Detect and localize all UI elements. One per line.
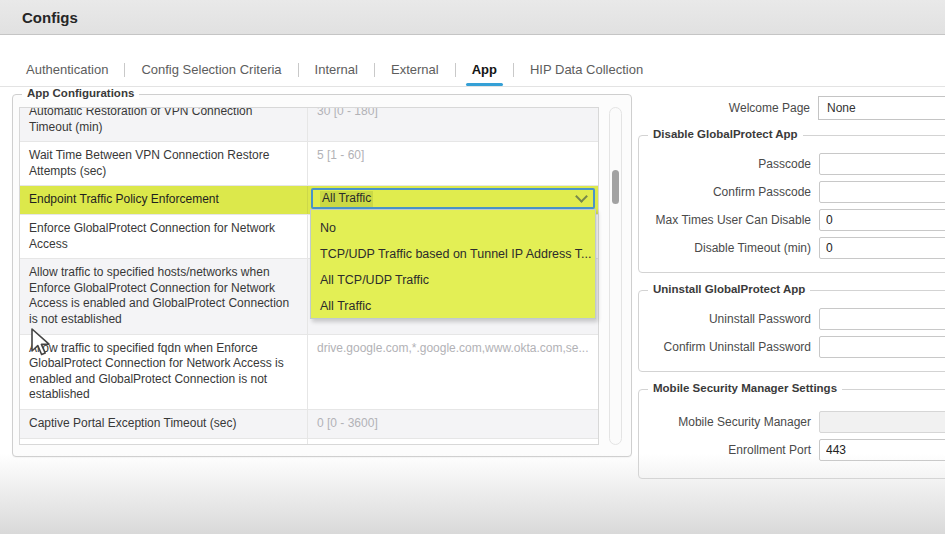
mouse-cursor-icon bbox=[29, 328, 51, 361]
chevron-down-icon bbox=[575, 191, 588, 204]
field-row: Confirm Uninstall Password bbox=[639, 336, 945, 358]
app-configurations-legend: App Configurations bbox=[22, 87, 139, 99]
passcode-label: Passcode bbox=[639, 157, 819, 171]
uninstall-password-field[interactable] bbox=[819, 308, 945, 330]
confirm-uninstall-password-field[interactable] bbox=[819, 336, 945, 358]
welcome-page-row: Welcome Page None bbox=[638, 96, 945, 120]
dropdown-option-all-traffic[interactable]: All Traffic bbox=[311, 293, 595, 319]
confirm-passcode-label: Confirm Passcode bbox=[639, 185, 819, 199]
tab-separator bbox=[124, 63, 125, 77]
selected-option-text: All Traffic bbox=[320, 191, 373, 207]
config-row: Automatic Restoration of VPN Connection … bbox=[20, 107, 598, 142]
mobile-security-manager-label: Mobile Security Manager bbox=[639, 415, 819, 429]
config-row: Wait Time Between VPN Connection Restore… bbox=[20, 142, 598, 186]
config-value[interactable]: 0 [0 - 3600] bbox=[308, 410, 598, 438]
right-panel: Welcome Page None Disable GlobalProtect … bbox=[638, 90, 945, 496]
dialog-titlebar: Configs bbox=[0, 0, 945, 35]
enrollment-port-field[interactable] bbox=[819, 439, 945, 461]
tab-config-selection-criteria[interactable]: Config Selection Criteria bbox=[138, 53, 284, 86]
confirm-uninstall-password-label: Confirm Uninstall Password bbox=[639, 340, 819, 354]
disable-timeout-field[interactable] bbox=[819, 237, 945, 259]
disable-timeout-label: Disable Timeout (min) bbox=[639, 241, 819, 255]
endpoint-traffic-policy-select[interactable]: All Traffic bbox=[311, 188, 595, 209]
config-value[interactable]: 5 [1 - 60] bbox=[308, 142, 598, 185]
config-value[interactable]: drive.google.com,*.google.com,www.okta.c… bbox=[308, 335, 598, 409]
mobile-security-manager-group: Mobile Security Manager Settings Mobile … bbox=[638, 389, 945, 479]
config-label: Enforce GlobalProtect Connection for Net… bbox=[20, 215, 308, 258]
dropdown-option-no[interactable]: No bbox=[311, 215, 595, 241]
max-times-user-can-disable-label: Max Times User Can Disable bbox=[639, 213, 819, 227]
tab-separator bbox=[374, 63, 375, 77]
tab-strip: Authentication Config Selection Criteria… bbox=[0, 53, 945, 87]
disable-globalprotect-legend: Disable GlobalProtect App bbox=[648, 128, 803, 140]
configs-dialog: Configs Authentication Config Selection … bbox=[0, 0, 945, 534]
tab-internal[interactable]: Internal bbox=[312, 53, 361, 86]
mobile-security-manager-legend: Mobile Security Manager Settings bbox=[648, 382, 842, 394]
config-label: Endpoint Traffic Policy Enforcement bbox=[20, 186, 308, 214]
tab-external[interactable]: External bbox=[388, 53, 442, 86]
field-row: Enrollment Port bbox=[639, 439, 945, 461]
mobile-security-manager-field[interactable] bbox=[819, 411, 945, 433]
dropdown-option-all-tcp-udp[interactable]: All TCP/UDP Traffic bbox=[311, 267, 595, 293]
field-row: Max Times User Can Disable bbox=[639, 209, 945, 231]
uninstall-password-label: Uninstall Password bbox=[639, 312, 819, 326]
config-label: Allow traffic to specified fqdn when Enf… bbox=[20, 335, 308, 409]
config-value[interactable] bbox=[308, 439, 598, 446]
tab-separator bbox=[298, 63, 299, 77]
config-label: Automatic Restoration of VPN Connection … bbox=[20, 107, 308, 141]
max-times-user-can-disable-field[interactable] bbox=[819, 209, 945, 231]
config-label: Automatically Launch Webpage in Default … bbox=[20, 439, 308, 446]
uninstall-globalprotect-group: Uninstall GlobalProtect App Uninstall Pa… bbox=[638, 290, 945, 372]
table-scrollbar[interactable] bbox=[609, 107, 622, 445]
welcome-page-label: Welcome Page bbox=[638, 101, 818, 115]
field-row: Passcode bbox=[639, 153, 945, 175]
dropdown-option-tcp-udp-tunnel[interactable]: TCP/UDP Traffic based on Tunnel IP Addre… bbox=[311, 241, 595, 267]
uninstall-globalprotect-legend: Uninstall GlobalProtect App bbox=[648, 283, 810, 295]
dialog-title: Configs bbox=[22, 9, 78, 26]
config-label: Captive Portal Exception Timeout (sec) bbox=[20, 410, 308, 438]
passcode-field[interactable] bbox=[819, 153, 945, 175]
enrollment-port-label: Enrollment Port bbox=[639, 443, 819, 457]
tab-app[interactable]: App bbox=[469, 53, 500, 86]
config-row: Allow traffic to specified fqdn when Enf… bbox=[20, 335, 598, 410]
confirm-passcode-field[interactable] bbox=[819, 181, 945, 203]
welcome-page-select[interactable]: None bbox=[818, 96, 945, 120]
field-row: Disable Timeout (min) bbox=[639, 237, 945, 259]
field-row: Uninstall Password bbox=[639, 308, 945, 330]
disable-globalprotect-group: Disable GlobalProtect App Passcode Confi… bbox=[638, 135, 945, 273]
tab-separator bbox=[513, 63, 514, 77]
endpoint-traffic-policy-dropdown: No TCP/UDP Traffic based on Tunnel IP Ad… bbox=[310, 209, 596, 319]
config-value[interactable]: 30 [0 - 180] bbox=[308, 107, 598, 141]
tab-separator bbox=[455, 63, 456, 77]
tab-authentication[interactable]: Authentication bbox=[23, 53, 111, 86]
field-row: Mobile Security Manager bbox=[639, 411, 945, 433]
config-row: Captive Portal Exception Timeout (sec) 0… bbox=[20, 410, 598, 439]
config-label: Allow traffic to specified hosts/network… bbox=[20, 259, 308, 333]
config-row: Automatically Launch Webpage in Default … bbox=[20, 439, 598, 446]
field-row: Confirm Passcode bbox=[639, 181, 945, 203]
scrollbar-thumb[interactable] bbox=[612, 170, 619, 204]
tab-hip-data-collection[interactable]: HIP Data Collection bbox=[527, 53, 646, 86]
config-label: Wait Time Between VPN Connection Restore… bbox=[20, 142, 308, 185]
